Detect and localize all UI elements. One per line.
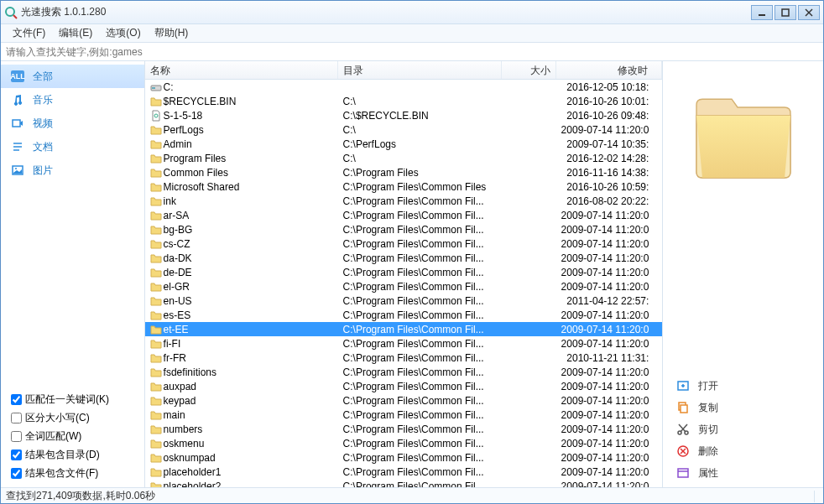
row-mtime: 2010-11-21 11:31: (556, 352, 663, 364)
table-row[interactable]: fsdefinitionsC:\Program Files\Common Fil… (145, 365, 663, 379)
row-name: ink (164, 195, 176, 207)
svg-point-0 (6, 8, 14, 16)
row-name: osknumpad (164, 452, 216, 464)
table-row[interactable]: auxpadC:\Program Files\Common Fil...2009… (145, 379, 663, 393)
table-body[interactable]: C:2016-12-05 10:18:$RECYCLE.BINC:\2016-1… (145, 80, 663, 487)
action-label: 删除 (698, 444, 718, 459)
maximize-button[interactable] (774, 5, 796, 20)
table-row[interactable]: placeholder2C:\Program Files\Common Fil.… (145, 479, 663, 487)
folder-icon (150, 366, 162, 378)
minimize-button[interactable] (751, 5, 773, 20)
table-row[interactable]: de-DEC:\Program Files\Common Fil...2009-… (145, 265, 663, 279)
column-size[interactable]: 大小 (502, 61, 556, 79)
table-row[interactable]: Program FilesC:\2016-12-02 14:28: (145, 151, 663, 165)
folder-icon (150, 481, 162, 488)
row-dir: C:\$RECYCLE.BIN (338, 110, 502, 122)
row-mtime: 2009-07-14 11:20:0 (556, 124, 663, 136)
option-checkbox[interactable] (11, 431, 22, 442)
table-row[interactable]: osknumpadC:\Program Files\Common Fil...2… (145, 450, 663, 465)
menu-file[interactable]: 文件(F) (6, 24, 52, 42)
table-row[interactable]: bg-BGC:\Program Files\Common Fil...2009-… (145, 222, 663, 236)
table-row[interactable]: en-USC:\Program Files\Common Fil...2011-… (145, 294, 663, 308)
sidebar-category[interactable]: 图片 (1, 158, 144, 182)
table-row[interactable]: AdminC:\PerfLogs2009-07-14 10:35: (145, 137, 663, 151)
menu-options[interactable]: 选项(O) (99, 24, 147, 42)
action-open[interactable]: 打开 (663, 375, 823, 397)
sidebar-category-label: 视频 (33, 117, 53, 131)
table-row[interactable]: keypadC:\Program Files\Common Fil...2009… (145, 393, 663, 408)
folder-icon (150, 181, 162, 193)
table-row[interactable]: Microsoft SharedC:\Program Files\Common … (145, 179, 663, 194)
sidebar-category[interactable]: 音乐 (1, 88, 144, 112)
delete-icon (676, 444, 690, 458)
table-row[interactable]: cs-CZC:\Program Files\Common Fil...2009-… (145, 236, 663, 251)
option-checkbox[interactable] (11, 413, 22, 423)
sidebar-option[interactable]: 区分大小写(C) (11, 408, 134, 427)
status-text: 查找到271,409项数据,耗时0.06秒 (6, 489, 155, 503)
table-row[interactable]: es-ESC:\Program Files\Common Fil...2009-… (145, 308, 663, 322)
table-row[interactable]: et-EEC:\Program Files\Common Fil...2009-… (145, 322, 663, 336)
column-dir[interactable]: 目录 (338, 61, 502, 79)
action-props[interactable]: 属性 (663, 462, 823, 484)
folder-icon (150, 324, 162, 335)
table-row[interactable]: da-DKC:\Program Files\Common Fil...2009-… (145, 251, 663, 265)
action-copy[interactable]: 复制 (663, 397, 823, 418)
table-row[interactable]: $RECYCLE.BINC:\2016-10-26 10:01: (145, 94, 663, 108)
row-name: PerfLogs (164, 124, 204, 136)
action-cut[interactable]: 剪切 (663, 418, 823, 440)
table-row[interactable]: S-1-5-18C:\$RECYCLE.BIN2016-10-26 09:48: (145, 108, 663, 122)
option-checkbox[interactable] (11, 449, 22, 460)
sidebar-option[interactable]: 匹配任一关键词(K) (11, 390, 134, 408)
menu-edit[interactable]: 编辑(E) (52, 24, 99, 42)
row-dir: C:\Program Files\Common Fil... (338, 466, 502, 478)
row-name: Common Files (164, 167, 228, 179)
table-row[interactable]: inkC:\Program Files\Common Fil...2016-08… (145, 194, 663, 208)
svg-rect-13 (152, 87, 155, 89)
sidebar-option[interactable]: 结果包含目录(D) (11, 445, 134, 464)
menu-help[interactable]: 帮助(H) (148, 24, 196, 42)
table-row[interactable]: mainC:\Program Files\Common Fil...2009-0… (145, 408, 663, 422)
row-mtime: 2011-04-12 22:57: (556, 295, 663, 307)
option-label: 匹配任一关键词(K) (25, 392, 109, 407)
table-row[interactable]: numbersC:\Program Files\Common Fil...200… (145, 422, 663, 436)
folder-icon (150, 452, 162, 464)
sidebar-option[interactable]: 结果包含文件(F) (11, 464, 134, 482)
action-delete[interactable]: 删除 (663, 440, 823, 462)
option-label: 区分大小写(C) (25, 411, 90, 425)
close-button[interactable] (798, 5, 820, 20)
table-row[interactable]: oskmenuC:\Program Files\Common Fil...200… (145, 436, 663, 450)
row-dir: C:\ (338, 153, 502, 164)
sidebar-category[interactable]: 文档 (1, 135, 144, 158)
option-checkbox[interactable] (11, 394, 22, 405)
row-dir: C:\ (338, 96, 502, 107)
row-dir: C:\Program Files\Common Fil... (338, 238, 502, 250)
row-name: oskmenu (164, 438, 205, 449)
table-row[interactable]: PerfLogsC:\2009-07-14 11:20:0 (145, 122, 663, 137)
copy-icon (676, 401, 690, 414)
table-row[interactable]: ar-SAC:\Program Files\Common Fil...2009-… (145, 208, 663, 222)
sidebar-category[interactable]: 视频 (1, 112, 144, 135)
action-label: 属性 (698, 466, 718, 481)
folder-icon (150, 238, 162, 250)
row-dir: C:\Program Files\Common Fil... (338, 224, 502, 236)
row-mtime: 2009-07-14 11:20:0 (556, 281, 663, 293)
table-row[interactable]: fi-FIC:\Program Files\Common Fil...2009-… (145, 336, 663, 351)
search-input[interactable] (1, 43, 823, 60)
column-mtime[interactable]: 修改时 (556, 61, 663, 79)
row-name: fi-FI (164, 338, 181, 350)
row-dir: C:\Program Files\Common Fil... (338, 381, 502, 392)
row-dir: C:\Program Files\Common Fil... (338, 352, 502, 364)
table-row[interactable]: fr-FRC:\Program Files\Common Fil...2010-… (145, 351, 663, 365)
table-row[interactable]: Common FilesC:\Program Files2016-11-16 1… (145, 165, 663, 179)
option-checkbox[interactable] (11, 468, 22, 479)
table-row[interactable]: C:2016-12-05 10:18: (145, 80, 663, 94)
sidebar-category[interactable]: ALL全部 (1, 65, 144, 88)
folder-icon (150, 338, 162, 350)
table-row[interactable]: el-GRC:\Program Files\Common Fil...2009-… (145, 279, 663, 294)
folder-icon (150, 295, 162, 307)
row-name: C: (164, 81, 174, 93)
column-name[interactable]: 名称 (145, 61, 338, 79)
sidebar-option[interactable]: 全词匹配(W) (11, 427, 134, 445)
table-row[interactable]: placeholder1C:\Program Files\Common Fil.… (145, 465, 663, 479)
folder-icon (150, 267, 162, 278)
